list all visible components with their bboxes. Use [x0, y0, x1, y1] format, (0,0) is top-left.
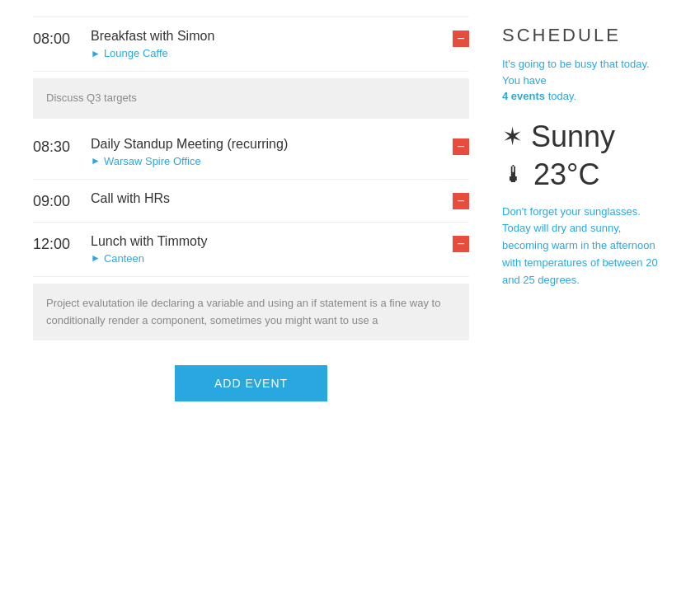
intro-line2: today. — [548, 90, 576, 102]
event-time-1: 08:00 — [33, 29, 91, 48]
sun-icon: ✶ — [502, 122, 523, 151]
event-title-4: Lunch with Timmoty — [91, 234, 453, 249]
event-time-3: 09:00 — [33, 191, 91, 210]
event-item-1: 08:00 Breakfast with Simon ► Lounge Caff… — [33, 16, 469, 72]
event-body-3: Call with HRs — [91, 191, 453, 209]
note-box-4: Project evalutation ile declaring a vari… — [33, 284, 469, 341]
schedule-title: SCHEDULE — [502, 25, 667, 46]
event-location-4: ► Canteen — [91, 252, 453, 265]
note-text-4: Project evalutation ile declaring a vari… — [46, 297, 440, 326]
event-location-text-1: Lounge Caffe — [104, 47, 168, 59]
weather-row: ✶ Sunny — [502, 120, 667, 154]
event-time-2: 08:30 — [33, 137, 91, 156]
event-location-2: ► Warsaw Spire Office — [91, 155, 453, 167]
left-panel: 08:00 Breakfast with Simon ► Lounge Caff… — [33, 16, 469, 401]
event-item-3: 09:00 Call with HRs − — [33, 180, 469, 223]
event-title-3: Call with HRs — [91, 191, 453, 206]
delete-button-1[interactable]: − — [453, 30, 469, 47]
weather-description: Don't forget your sunglasses. Today will… — [502, 204, 667, 289]
event-location-text-4: Canteen — [104, 252, 144, 265]
event-title-2: Daily Standup Meeting (recurring) — [91, 137, 453, 152]
event-body-4: Lunch with Timmoty ► Canteen — [91, 234, 453, 265]
right-panel: SCHEDULE It's going to be busy that toda… — [502, 16, 667, 401]
note-box-1: Discuss Q3 targets — [33, 78, 469, 119]
location-icon-4: ► — [91, 252, 101, 264]
location-icon-1: ► — [91, 48, 101, 59]
schedule-intro: It's going to be busy that today. You ha… — [502, 56, 667, 105]
event-title-1: Breakfast with Simon — [91, 29, 453, 44]
event-location-1: ► Lounge Caffe — [91, 47, 453, 59]
temp-row: 🌡 23°C — [502, 157, 667, 192]
event-location-text-2: Warsaw Spire Office — [104, 155, 201, 167]
delete-button-2[interactable]: − — [453, 138, 469, 155]
add-event-button[interactable]: ADD EVENT — [175, 365, 327, 401]
event-body-2: Daily Standup Meeting (recurring) ► Wars… — [91, 137, 453, 167]
delete-button-4[interactable]: − — [453, 236, 469, 252]
weather-temperature: 23°C — [533, 157, 599, 192]
event-time-4: 12:00 — [33, 234, 91, 253]
event-body-1: Breakfast with Simon ► Lounge Caffe — [91, 29, 453, 59]
delete-button-3[interactable]: − — [453, 193, 469, 209]
weather-condition: Sunny — [531, 120, 615, 154]
note-text-1: Discuss Q3 targets — [46, 92, 137, 104]
event-item-4: 12:00 Lunch with Timmoty ► Canteen − — [33, 223, 469, 277]
event-item-2: 08:30 Daily Standup Meeting (recurring) … — [33, 125, 469, 180]
location-icon-2: ► — [91, 155, 101, 167]
thermometer-icon: 🌡 — [502, 161, 525, 188]
intro-line1: It's going to be busy that today. You ha… — [502, 58, 650, 87]
event-count: 4 events — [502, 90, 545, 102]
